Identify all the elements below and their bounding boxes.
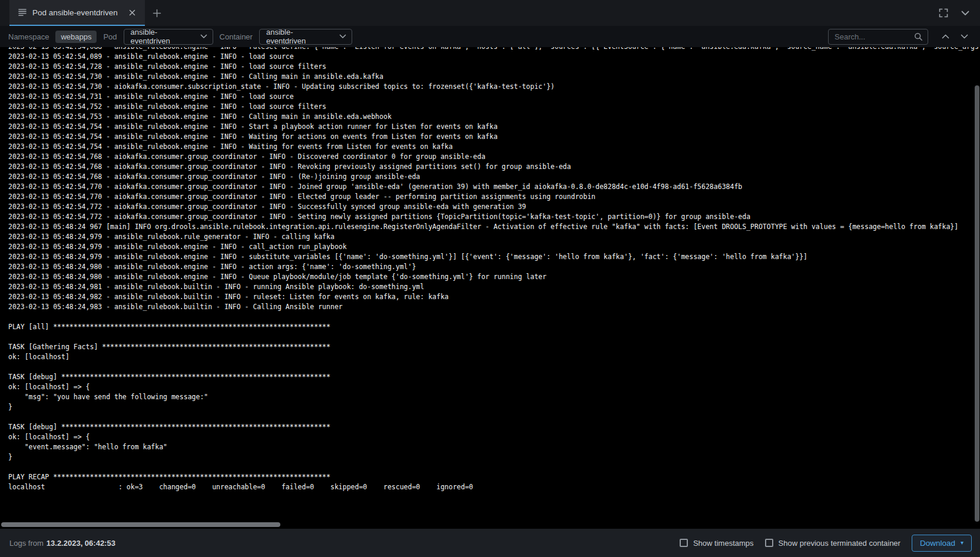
tab-title: Pod ansible-eventdriven	[32, 8, 118, 17]
namespace-badge[interactable]: webapps	[55, 31, 97, 43]
show-previous-container-checkbox[interactable]	[765, 539, 773, 547]
fullscreen-icon[interactable]	[939, 8, 948, 18]
show-previous-container-label: Show previous terminated container	[779, 539, 900, 548]
tab-close-icon[interactable]	[127, 7, 138, 18]
pod-logs-window: Pod ansible-eventdriven	[0, 0, 980, 557]
container-label: Container	[220, 32, 253, 41]
chevron-down-icon	[200, 34, 207, 39]
horizontal-scrollbar[interactable]	[1, 522, 280, 527]
show-timestamps-label: Show timestamps	[693, 539, 754, 548]
status-bar: Logs from13.2.2023, 06:42:53 Show timest…	[0, 529, 980, 557]
logs-from-timestamp: 13.2.2023, 06:42:53	[47, 539, 115, 548]
vertical-scrollbar[interactable]	[975, 85, 979, 522]
download-button-label: Download	[920, 539, 955, 548]
tab-pod-logs[interactable]: Pod ansible-eventdriven	[9, 0, 145, 26]
download-button[interactable]: Download ▾	[912, 535, 972, 552]
container-select[interactable]: ansible-eventdriven	[259, 29, 352, 45]
logs-from-text: Logs from13.2.2023, 06:42:53	[9, 539, 115, 548]
logs-toolbar: Namespace webapps Pod ansible-eventdrive…	[0, 26, 980, 47]
next-match-icon[interactable]	[961, 34, 968, 39]
log-text: 2023-02-13 05:42:54,088 - ansible_rulebo…	[0, 47, 980, 492]
chevron-down-icon	[339, 34, 346, 39]
show-timestamps-checkbox[interactable]	[680, 539, 688, 547]
previous-match-icon[interactable]	[942, 34, 949, 39]
search-icon[interactable]	[914, 32, 923, 41]
panel-chevron-down-icon[interactable]	[961, 11, 969, 16]
logs-from-label: Logs from	[9, 539, 44, 548]
log-output-area[interactable]: 2023-02-13 05:42:54,088 - ansible_rulebo…	[0, 47, 980, 529]
search-navigation	[935, 34, 972, 39]
pod-label: Pod	[103, 32, 117, 41]
logs-icon	[18, 8, 27, 17]
pod-select-value: ansible-eventdriven	[131, 28, 193, 45]
new-tab-button[interactable]	[145, 0, 170, 26]
status-bar-controls: Show timestamps Show previous terminated…	[680, 535, 972, 552]
namespace-label: Namespace	[8, 32, 49, 41]
search-input[interactable]	[835, 32, 914, 41]
tab-bar-actions	[939, 0, 980, 26]
tab-bar: Pod ansible-eventdriven	[0, 0, 980, 26]
pod-select[interactable]: ansible-eventdriven	[124, 29, 213, 45]
download-caret-icon: ▾	[961, 540, 964, 546]
show-timestamps-option[interactable]: Show timestamps	[680, 539, 754, 548]
search-box	[828, 29, 928, 45]
container-select-value: ansible-eventdriven	[266, 28, 332, 45]
show-previous-container-option[interactable]: Show previous terminated container	[765, 539, 900, 548]
